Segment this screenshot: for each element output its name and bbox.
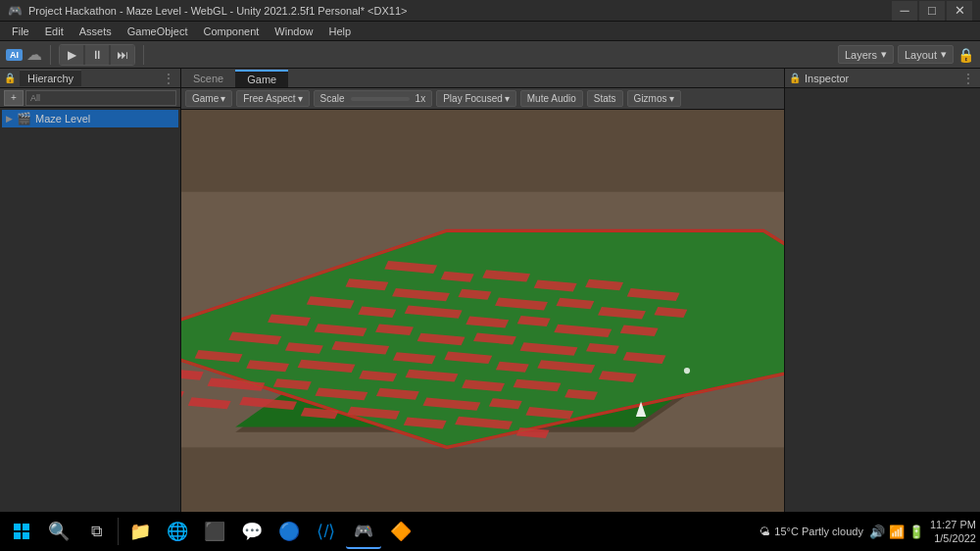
- hierarchy-item-label: Maze Level: [35, 113, 90, 125]
- menu-edit[interactable]: Edit: [37, 24, 72, 39]
- discord-button[interactable]: 💬: [234, 514, 270, 549]
- hierarchy-tab[interactable]: Hierarchy: [20, 70, 81, 86]
- menu-bar: File Edit Assets GameObject Component Wi…: [0, 22, 980, 41]
- game-dropdown[interactable]: Game▾: [185, 90, 232, 107]
- explorer-button[interactable]: 📁: [122, 514, 158, 549]
- inspector-panel: 🔒 Inspector ⋮: [784, 69, 980, 529]
- hierarchy-menu-button[interactable]: ⋮: [161, 71, 176, 86]
- scene-area: Scene Game Game▾ Free Aspect▾ Scale 1x P…: [181, 69, 784, 529]
- inspector-tab-label[interactable]: Inspector: [805, 73, 849, 84]
- taskview-icon: ⧉: [91, 523, 102, 540]
- weather-icon: 🌤: [760, 526, 770, 537]
- edge-icon: 🌐: [167, 521, 188, 542]
- scene-toolbar: Game▾ Free Aspect▾ Scale 1x Play Focused…: [181, 88, 784, 110]
- minimize-button[interactable]: ─: [892, 1, 917, 21]
- hierarchy-item-maze-level[interactable]: ▶ 🎬 Maze Level: [2, 110, 178, 127]
- vscode-icon: ⟨/⟩: [317, 521, 335, 542]
- tray-icon-3: 🔋: [908, 525, 924, 539]
- scene-icon: 🎬: [17, 112, 31, 125]
- hierarchy-add-button[interactable]: +: [4, 90, 24, 106]
- inspector-lock-icon: 🔒: [789, 73, 801, 83]
- toolbar: AI ☁ ▶ ⏸ ⏭ Layers ▾ Layout ▾ 🔒: [0, 41, 980, 69]
- scale-control[interactable]: Scale 1x: [314, 90, 433, 107]
- maximize-button[interactable]: □: [919, 1, 945, 21]
- gizmos-dropdown[interactable]: Gizmos▾: [627, 90, 681, 107]
- playmode-controls: ▶ ⏸ ⏭: [59, 44, 135, 66]
- toolbar-separator-2: [143, 45, 144, 65]
- window-title: Project Hackathon - Maze Level - WebGL -…: [28, 5, 407, 17]
- weather-text: 15°C Partly cloudy: [774, 526, 863, 537]
- main-area: 🔒 Hierarchy ⋮ + All ▶ 🎬 Maze Level Scene…: [0, 69, 980, 529]
- inspector-menu-button[interactable]: ⋮: [960, 71, 976, 86]
- layers-dropdown[interactable]: Layers ▾: [838, 45, 894, 64]
- hierarchy-panel: 🔒 Hierarchy ⋮ + All ▶ 🎬 Maze Level: [0, 69, 181, 529]
- stats-button[interactable]: Stats: [587, 90, 623, 107]
- menu-component[interactable]: Component: [195, 24, 267, 39]
- toolbar-separator-1: [50, 45, 51, 65]
- cmd-icon: ⬛: [204, 521, 225, 542]
- weather-widget[interactable]: 🌤 15°C Partly cloudy: [760, 526, 863, 537]
- svg-point-69: [684, 368, 690, 374]
- cmd-button[interactable]: ⬛: [197, 514, 232, 549]
- maze-visualization: [181, 110, 784, 529]
- menu-gameobject[interactable]: GameObject: [120, 24, 196, 39]
- cloud-icon: ☁: [26, 45, 42, 64]
- title-bar: 🎮 Project Hackathon - Maze Level - WebGL…: [0, 0, 980, 22]
- pause-button[interactable]: ⏸: [85, 45, 109, 65]
- menu-help[interactable]: Help: [320, 24, 359, 39]
- clock-date: 1/5/2022: [930, 531, 976, 545]
- scene-tab-scene[interactable]: Scene: [181, 71, 235, 86]
- system-tray: 🔊 📶 🔋: [869, 525, 924, 539]
- start-button[interactable]: [4, 514, 39, 549]
- clock-time: 11:27 PM: [930, 518, 976, 531]
- explorer-icon: 📁: [129, 521, 151, 542]
- hierarchy-lock-icon: 🔒: [4, 73, 16, 83]
- play-focused-dropdown[interactable]: Play Focused▾: [436, 90, 516, 107]
- menu-window[interactable]: Window: [267, 24, 320, 39]
- vscode-button[interactable]: ⟨/⟩: [309, 514, 344, 549]
- scene-tab-game[interactable]: Game: [235, 70, 288, 87]
- menu-file[interactable]: File: [4, 24, 37, 39]
- hierarchy-search[interactable]: All: [25, 90, 176, 106]
- vlc-button[interactable]: 🔶: [383, 514, 418, 549]
- layout-dropdown[interactable]: Layout ▾: [898, 45, 954, 64]
- hierarchy-header: 🔒 Hierarchy ⋮: [0, 69, 180, 88]
- scene-tabs: Scene Game: [181, 69, 784, 88]
- close-button[interactable]: ✕: [947, 1, 972, 21]
- hierarchy-search-label: All: [30, 93, 40, 103]
- edge-button[interactable]: 🌐: [160, 514, 195, 549]
- play-button[interactable]: ▶: [60, 45, 83, 65]
- lock-icon: 🔒: [957, 47, 974, 63]
- menu-assets[interactable]: Assets: [72, 24, 120, 39]
- discord-icon: 💬: [241, 521, 263, 542]
- chrome-button[interactable]: 🔵: [271, 514, 307, 549]
- svg-rect-74: [23, 532, 29, 539]
- aspect-dropdown[interactable]: Free Aspect▾: [236, 90, 309, 107]
- svg-rect-72: [23, 524, 29, 530]
- unity-icon: 🎮: [354, 522, 373, 540]
- tray-icon-2: 📶: [889, 525, 905, 539]
- tray-icon-1: 🔊: [869, 525, 885, 539]
- chrome-icon: 🔵: [278, 521, 300, 542]
- search-button[interactable]: 🔍: [41, 514, 76, 549]
- mute-audio-button[interactable]: Mute Audio: [520, 90, 583, 107]
- vlc-icon: 🔶: [390, 521, 412, 542]
- title-bar-controls: ─ □ ✕: [892, 1, 972, 21]
- game-view-canvas[interactable]: [181, 110, 784, 529]
- title-bar-left: 🎮 Project Hackathon - Maze Level - WebGL…: [8, 4, 407, 18]
- windows-icon: [13, 523, 30, 540]
- inspector-header: 🔒 Inspector ⋮: [785, 69, 980, 88]
- svg-rect-71: [14, 524, 21, 530]
- taskview-button[interactable]: ⧉: [78, 514, 114, 549]
- search-icon: 🔍: [48, 521, 70, 542]
- clock-widget[interactable]: 11:27 PM 1/5/2022: [930, 518, 976, 546]
- taskbar: 🔍 ⧉ 📁 🌐 ⬛ 💬 🔵 ⟨/⟩ 🎮 🔶 🌤 15°C Partly clou…: [0, 512, 980, 551]
- expand-arrow-icon: ▶: [6, 114, 13, 124]
- taskbar-separator: [118, 518, 119, 545]
- hierarchy-content: ▶ 🎬 Maze Level: [0, 108, 180, 529]
- scale-slider[interactable]: [351, 97, 410, 101]
- hierarchy-toolbar: + All: [0, 88, 180, 108]
- taskbar-right: 🌤 15°C Partly cloudy 🔊 📶 🔋 11:27 PM 1/5/…: [760, 518, 976, 546]
- step-button[interactable]: ⏭: [111, 45, 134, 65]
- unity-button[interactable]: 🎮: [346, 514, 381, 549]
